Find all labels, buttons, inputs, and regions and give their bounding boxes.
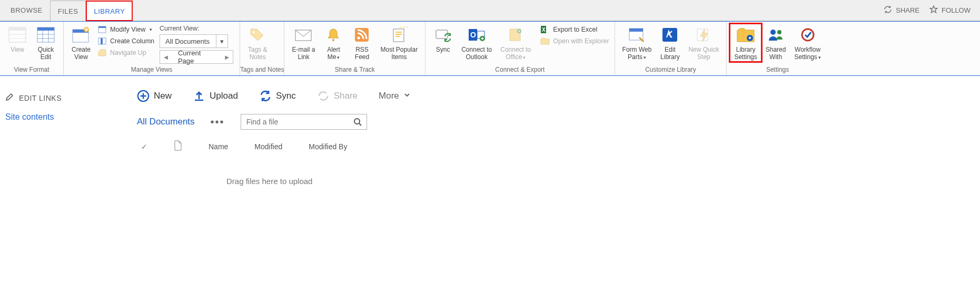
tab-library[interactable]: LIBRARY xyxy=(86,1,133,21)
view-menu-button[interactable]: ••• xyxy=(211,116,225,128)
plus-circle-icon xyxy=(137,90,150,102)
group-tags-notes-label: Tags and Notes xyxy=(240,65,284,75)
ribbon-tabs: BROWSE FILES LIBRARY xyxy=(0,0,133,21)
col-modified-by[interactable]: Modified By xyxy=(309,142,347,151)
form-web-parts-button[interactable]: Form Web Parts▾ xyxy=(618,24,656,62)
office-icon xyxy=(506,25,526,45)
modify-view-button[interactable]: Modify View ▾ xyxy=(97,25,154,34)
alert-me-button[interactable]: Alert Me▾ xyxy=(319,24,348,62)
excel-icon: X xyxy=(540,25,550,34)
create-view-button[interactable]: Create View xyxy=(67,24,95,62)
group-manage-views-label: Manage Views xyxy=(64,65,240,75)
pencil-icon xyxy=(5,93,14,103)
group-connect-export: Sync O Connect to Outlook Connect to Off… xyxy=(425,22,615,75)
ribbon: View Quick Edit View Format Create View xyxy=(0,21,980,76)
tab-files[interactable]: FILES xyxy=(50,1,86,21)
column-headers: ✓ Name Modified Modified By xyxy=(137,130,980,152)
upload-button[interactable]: Upload xyxy=(193,90,238,102)
rss-feed-button[interactable]: RSS Feed xyxy=(348,24,376,62)
svg-rect-15 xyxy=(101,38,103,44)
group-view-format: View Quick Edit View Format xyxy=(0,22,64,75)
edit-library-label: Edit Library xyxy=(660,45,680,61)
form-web-parts-icon xyxy=(627,25,647,45)
tag-icon xyxy=(248,25,268,45)
form-web-parts-label: Form Web Parts▾ xyxy=(622,45,652,61)
shared-with-button[interactable]: Shared With xyxy=(761,24,790,62)
share-page-label: SHARE xyxy=(896,6,919,14)
more-button[interactable]: More xyxy=(379,91,411,101)
alert-me-label: Alert Me▾ xyxy=(327,45,340,61)
current-view-select[interactable]: All Documents ▾ xyxy=(160,34,228,48)
sync-label: Sync xyxy=(436,45,450,53)
view-label: View xyxy=(11,45,24,53)
email-link-label: E-mail a Link xyxy=(292,45,315,61)
connect-outlook-button[interactable]: O Connect to Outlook xyxy=(457,24,496,62)
create-view-label: Create View xyxy=(72,45,91,61)
current-page-label: Current Page xyxy=(172,51,221,63)
group-manage-views: Create View Modify View ▾ Create Column xyxy=(64,22,240,75)
library-settings-button[interactable]: Library Settings xyxy=(730,24,761,62)
left-nav: EDIT LINKS Site contents xyxy=(0,76,121,186)
group-customize-library-label: Customize Library xyxy=(615,65,727,75)
open-explorer-label: Open with Explorer xyxy=(553,37,609,45)
current-view-value: All Documents xyxy=(160,37,216,45)
workflow-settings-icon xyxy=(798,25,818,45)
workflow-settings-button[interactable]: Workflow Settings▾ xyxy=(790,24,825,62)
svg-point-21 xyxy=(358,37,360,40)
edit-links-button[interactable]: EDIT LINKS xyxy=(5,93,121,103)
create-column-icon xyxy=(97,36,107,46)
email-link-button[interactable]: E-mail a Link xyxy=(288,24,319,62)
current-page-pager[interactable]: ◄ Current Page ► xyxy=(160,50,233,64)
sync-action-label: Sync xyxy=(276,91,296,101)
export-excel-label: Export to Excel xyxy=(553,26,597,33)
group-settings-label: Settings xyxy=(727,65,828,75)
svg-point-40 xyxy=(777,30,781,34)
most-popular-button[interactable]: ★★★ Most Popular Items xyxy=(376,24,422,62)
follow-page-button[interactable]: FOLLOW xyxy=(929,5,971,16)
search-input[interactable] xyxy=(241,118,349,126)
site-contents-link[interactable]: Site contents xyxy=(5,103,121,122)
dropdown-icon: ▾ xyxy=(149,27,152,32)
sync-button[interactable]: Sync xyxy=(429,24,457,54)
svg-point-17 xyxy=(253,31,255,33)
edit-library-icon xyxy=(660,25,680,45)
quick-edit-button[interactable]: Quick Edit xyxy=(32,24,60,62)
more-label: More xyxy=(379,91,399,101)
sync-action-button[interactable]: Sync xyxy=(259,90,296,102)
current-view-link[interactable]: All Documents xyxy=(137,117,195,127)
edit-library-button[interactable]: Edit Library xyxy=(656,24,684,62)
group-view-format-label: View Format xyxy=(0,65,63,75)
svg-text:★★★: ★★★ xyxy=(399,27,408,29)
share-action-button[interactable]: Share xyxy=(317,90,358,102)
svg-rect-14 xyxy=(98,26,106,28)
svg-point-38 xyxy=(749,37,751,39)
svg-text:O: O xyxy=(470,31,476,39)
share-page-button[interactable]: SHARE xyxy=(883,5,919,16)
recycle-icon xyxy=(883,5,893,16)
group-customize-library: Form Web Parts▾ Edit Library New Quick S… xyxy=(615,22,727,75)
current-view-label: Current View: xyxy=(160,25,233,32)
col-modified[interactable]: Modified xyxy=(254,142,282,151)
open-explorer-button[interactable]: Open with Explorer xyxy=(540,36,609,46)
navigate-up-button[interactable]: Navigate Up xyxy=(97,48,154,57)
svg-point-39 xyxy=(770,30,776,35)
connect-office-button[interactable]: Connect to Office▾ xyxy=(496,24,535,62)
navigate-up-icon xyxy=(97,48,107,57)
prev-page-icon[interactable]: ◄ xyxy=(160,51,172,63)
select-all-checkbox[interactable]: ✓ xyxy=(141,142,147,151)
search-box[interactable] xyxy=(241,114,367,130)
tab-browse[interactable]: BROWSE xyxy=(3,0,50,21)
export-excel-button[interactable]: X Export to Excel xyxy=(540,25,609,34)
new-quick-step-button[interactable]: New Quick Step xyxy=(684,24,723,62)
view-button[interactable]: View xyxy=(3,24,32,54)
create-column-button[interactable]: Create Column xyxy=(97,36,154,46)
upload-icon xyxy=(193,90,205,102)
new-button[interactable]: New xyxy=(137,90,172,102)
tags-notes-label: Tags & Notes xyxy=(248,45,268,61)
tags-notes-button[interactable]: Tags & Notes xyxy=(243,24,272,62)
next-page-icon[interactable]: ► xyxy=(221,51,233,63)
col-name[interactable]: Name xyxy=(209,142,228,151)
search-icon[interactable] xyxy=(349,118,367,126)
shared-with-icon xyxy=(766,25,786,45)
grid-icon xyxy=(36,25,56,45)
